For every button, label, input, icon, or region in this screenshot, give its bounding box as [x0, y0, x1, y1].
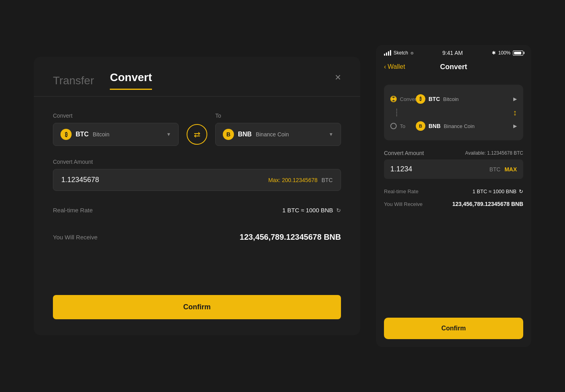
tab-active-underline	[110, 89, 152, 90]
receive-value: 123,456,789.12345678 BNB	[240, 233, 341, 242]
from-field-group: Convert ₿ BTC Bitcoin ▼	[53, 113, 179, 146]
mobile-rate-value: 1 BTC ≈ 1000 BNB	[473, 188, 516, 194]
swap-vertical-icon[interactable]: ↕	[513, 108, 517, 117]
mobile-receive-label: You Will Receive	[384, 201, 423, 207]
tab-transfer[interactable]: Transfer	[53, 74, 94, 93]
back-chevron-icon: ‹	[384, 63, 386, 70]
mobile-bnb-icon: B	[416, 121, 425, 131]
tab-convert[interactable]: Convert	[110, 71, 152, 96]
mobile-currency-label: BTC	[489, 166, 501, 173]
convert-radio	[390, 96, 397, 102]
page-title: Convert	[440, 63, 467, 71]
refresh-icon[interactable]: ↻	[336, 207, 341, 213]
convert-row-label: Convert	[400, 96, 413, 102]
from-coin-name: Bitcoin	[93, 131, 109, 138]
swap-button[interactable]: ⇄	[187, 124, 207, 145]
mobile-amount-input[interactable]: 1.1234 BTC MAX	[384, 159, 523, 179]
convert-field-label: Convert	[53, 113, 179, 119]
swap-icon: ⇄	[194, 130, 201, 139]
mobile-btc-symbol: BTC	[429, 96, 440, 102]
to-coin-name: Binance Coin	[256, 131, 289, 138]
convert-selector-row[interactable]: Convert ₿ BTC Bitcoin ▶	[390, 91, 517, 107]
bnb-icon: B	[223, 129, 234, 140]
receive-label: You Will Receive	[53, 234, 97, 241]
signal-icon	[384, 50, 391, 56]
mobile-refresh-icon[interactable]: ↻	[519, 188, 523, 194]
nav-bar: ‹ Wallet Convert	[376, 59, 531, 77]
mobile-info-section: Real-time Rate 1 BTC ≈ 1000 BNB ↻ You Wi…	[384, 188, 523, 207]
rate-label: Real-time Rate	[53, 207, 93, 213]
amount-section: Convert Amount 1.12345678 Max: 200.12345…	[53, 159, 341, 191]
status-right: ✱ 100%	[492, 50, 523, 56]
battery-percent: 100%	[498, 50, 510, 56]
mobile-bnb-symbol: BNB	[429, 123, 440, 129]
status-time: 9:41 AM	[442, 50, 463, 56]
to-dropdown-arrow: ▼	[329, 132, 333, 137]
mobile-screen: Sketch ⌾ 9:41 AM ✱ 100% ‹ Wallet Convert	[376, 45, 531, 347]
max-button[interactable]: MAX	[505, 166, 517, 173]
close-button[interactable]: ×	[335, 71, 341, 83]
from-currency-select[interactable]: ₿ BTC Bitcoin ▼	[53, 123, 179, 146]
amount-field-label: Convert Amount	[53, 159, 341, 165]
from-coin-symbol: BTC	[76, 131, 89, 138]
mobile-btc-icon: ₿	[416, 94, 425, 104]
selector-divider	[390, 107, 517, 118]
mobile-amount-section: Convert Amount Available: 1.12345678 BTC…	[384, 150, 523, 179]
rate-row: Real-time Rate 1 BTC ≈ 1000 BNB ↻	[53, 204, 341, 217]
to-row-arrow: ▶	[513, 123, 517, 129]
carrier-label: Sketch	[394, 50, 408, 56]
to-field-group: To B BNB Binance Coin ▼	[215, 113, 341, 146]
mobile-btc-name: Bitcoin	[443, 96, 459, 102]
desktop-modal: Transfer Convert × Convert ₿ BTC Bitcoin…	[34, 57, 360, 335]
currency-select-row: Convert ₿ BTC Bitcoin ▼ ⇄ To B BNB Binan…	[53, 113, 341, 146]
mobile-rate-label: Real-time Rate	[384, 188, 419, 194]
to-field-label: To	[215, 113, 341, 119]
available-text: Available: 1.12345678 BTC	[465, 150, 523, 156]
mobile-rate-value-group: 1 BTC ≈ 1000 BNB ↻	[473, 188, 523, 194]
mobile-amount-value: 1.1234	[390, 165, 489, 173]
wifi-icon: ⌾	[411, 50, 413, 56]
mobile-amount-label: Convert Amount	[384, 150, 424, 156]
status-left: Sketch ⌾	[384, 50, 413, 56]
mobile-bnb-name: Binance Coin	[444, 123, 474, 129]
rate-value-group: 1 BTC ≈ 1000 BNB ↻	[282, 207, 341, 213]
mobile-receive-row: You Will Receive 123,456,789.12345678 BN…	[384, 201, 523, 207]
from-dropdown-arrow: ▼	[166, 132, 171, 137]
to-radio	[390, 123, 397, 129]
max-currency: BTC	[321, 177, 333, 183]
amount-input[interactable]: 1.12345678 Max: 200.12345678 BTC	[53, 169, 341, 191]
confirm-button[interactable]: Confirm	[53, 295, 341, 319]
convert-row-arrow: ▶	[513, 96, 517, 102]
max-label: Max: 200.12345678	[268, 177, 318, 183]
to-selector-row[interactable]: To B BNB Binance Coin ▶	[390, 118, 517, 134]
to-row-label: To	[400, 123, 413, 129]
battery-icon	[513, 50, 523, 56]
mobile-amount-header: Convert Amount Available: 1.12345678 BTC	[384, 150, 523, 156]
coin-selector-card: Convert ₿ BTC Bitcoin ▶ To B BNB	[384, 85, 523, 140]
to-currency-select[interactable]: B BNB Binance Coin ▼	[215, 123, 341, 146]
mobile-body: Convert ₿ BTC Bitcoin ▶ To B BNB	[376, 77, 531, 347]
status-bar: Sketch ⌾ 9:41 AM ✱ 100%	[376, 45, 531, 59]
modal-body: Convert ₿ BTC Bitcoin ▼ ⇄ To B BNB Binan…	[34, 97, 360, 335]
mobile-receive-value: 123,456,789.12345678 BNB	[452, 201, 523, 207]
modal-header: Transfer Convert ×	[34, 57, 360, 96]
rate-value: 1 BTC ≈ 1000 BNB	[282, 207, 333, 213]
mobile-rate-row: Real-time Rate 1 BTC ≈ 1000 BNB ↻	[384, 188, 523, 194]
amount-value: 1.12345678	[61, 176, 268, 184]
back-label: Wallet	[388, 63, 405, 70]
receive-row: You Will Receive 123,456,789.12345678 BN…	[53, 229, 341, 245]
to-coin-info: B BNB Binance Coin ▶	[416, 121, 517, 131]
btc-icon: ₿	[60, 129, 72, 140]
bluetooth-icon: ✱	[492, 50, 496, 56]
to-coin-symbol: BNB	[238, 131, 252, 138]
back-button[interactable]: ‹ Wallet	[384, 63, 405, 70]
mobile-confirm-button[interactable]: Confirm	[384, 318, 523, 339]
convert-coin-info: ₿ BTC Bitcoin ▶	[416, 94, 517, 104]
